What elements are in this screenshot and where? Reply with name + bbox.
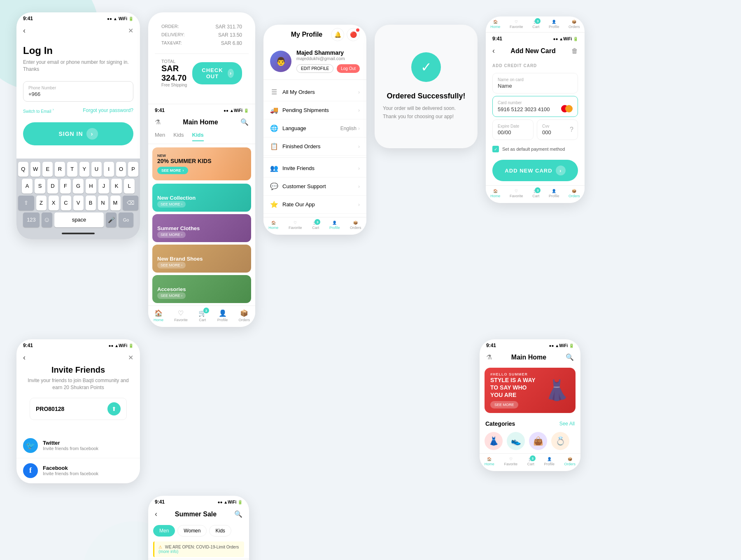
default-payment-checkbox[interactable]: ✓ Set as default payment method bbox=[486, 142, 585, 156]
key-i[interactable]: I bbox=[104, 162, 114, 177]
sign-in-button[interactable]: SIGN IN › bbox=[23, 122, 133, 145]
nav-home[interactable]: 🏠 Home bbox=[154, 309, 163, 322]
key-d[interactable]: D bbox=[47, 179, 58, 194]
facebook-invite-item[interactable]: f Facebook Invite friends from facebook bbox=[16, 458, 140, 483]
nav-cart[interactable]: 🛒3 Cart bbox=[198, 309, 207, 322]
key-emoji[interactable]: ☺ bbox=[42, 212, 52, 227]
sale-search-icon[interactable]: 🔍 bbox=[234, 510, 242, 518]
key-r[interactable]: R bbox=[55, 162, 65, 177]
mh2-filter-icon[interactable]: ⚗ bbox=[486, 353, 492, 361]
category-icon-3[interactable]: 👜 bbox=[529, 432, 547, 450]
profile-nav-orders[interactable]: 📦 Orders bbox=[350, 221, 361, 230]
menu-rate-app[interactable]: ⭐ Rate Our App › bbox=[263, 196, 366, 214]
forgot-password-link[interactable]: Forgot your password? bbox=[83, 107, 133, 114]
card-bottom-cart[interactable]: 🛒3 Cart bbox=[532, 189, 539, 198]
key-l[interactable]: L bbox=[124, 179, 135, 194]
key-u[interactable]: U bbox=[91, 162, 102, 177]
menu-finished-orders[interactable]: 📋 Finished Orders › bbox=[263, 138, 366, 156]
search-icon[interactable]: 🔍 bbox=[240, 118, 249, 126]
phone-input-group[interactable]: Phone Number +966 bbox=[23, 81, 133, 102]
key-backspace[interactable]: ⌫ bbox=[123, 196, 138, 210]
key-mic[interactable]: 🎤 bbox=[106, 212, 117, 227]
key-o[interactable]: O bbox=[116, 162, 126, 177]
key-w[interactable]: W bbox=[30, 162, 41, 177]
key-v[interactable]: V bbox=[73, 196, 84, 210]
tab-kids-2[interactable]: Kids bbox=[192, 132, 204, 141]
category-icon-4[interactable]: 💍 bbox=[551, 432, 569, 450]
copy-button[interactable]: ⬆ bbox=[107, 402, 121, 415]
see-all-button[interactable]: See All bbox=[559, 421, 575, 427]
card-bottom-fav[interactable]: ♡ Favorite bbox=[510, 189, 523, 198]
key-a[interactable]: A bbox=[22, 179, 33, 194]
invite-back-button[interactable]: ‹ bbox=[23, 353, 26, 362]
menu-all-orders[interactable]: ☰ All My Orders › bbox=[263, 83, 366, 101]
tab-men[interactable]: Men bbox=[155, 132, 165, 141]
invite-close-button[interactable]: ✕ bbox=[128, 354, 133, 362]
logout-button[interactable]: Log Out bbox=[337, 64, 360, 73]
mh2-nav-fav[interactable]: ♡ Favorite bbox=[504, 457, 518, 466]
key-n[interactable]: N bbox=[98, 196, 108, 210]
nav-favorite[interactable]: ♡ Favorite bbox=[174, 309, 188, 322]
profile-nav-profile[interactable]: 👤 Profile bbox=[329, 221, 340, 230]
back-button[interactable]: ‹ bbox=[23, 26, 26, 35]
accessories-see-more[interactable]: SEE MORE › bbox=[157, 292, 186, 299]
key-q[interactable]: Q bbox=[18, 162, 28, 177]
key-c[interactable]: C bbox=[61, 196, 71, 210]
twitter-invite-item[interactable]: 🐦 Twitter Invite friends from facebook bbox=[16, 433, 140, 458]
menu-language[interactable]: 🌐 Language English › bbox=[263, 119, 366, 138]
close-button[interactable]: ✕ bbox=[128, 27, 133, 35]
key-f[interactable]: F bbox=[60, 179, 71, 194]
card-number-input[interactable]: Card number 5916 5122 3023 4100 bbox=[492, 96, 578, 117]
switch-email-option[interactable]: Switch to Email › bbox=[23, 107, 54, 114]
top-nav-cart[interactable]: 🛒3 Cart bbox=[532, 20, 539, 29]
mh2-nav-home[interactable]: 🏠 Home bbox=[485, 457, 494, 466]
top-nav-profile[interactable]: 👤 Profile bbox=[549, 20, 559, 29]
profile-nav-fav[interactable]: ♡ Favorite bbox=[289, 221, 302, 230]
tab-women-sale[interactable]: Women bbox=[177, 525, 207, 537]
key-g[interactable]: G bbox=[73, 179, 84, 194]
top-nav-orders[interactable]: 📦 Orders bbox=[569, 20, 580, 29]
cvv-input[interactable]: Cvv 000 ? bbox=[537, 119, 578, 140]
bell-icon[interactable]: 🔔 bbox=[331, 28, 344, 41]
menu-invite-friends[interactable]: 👥 Invite Friends › bbox=[263, 159, 366, 177]
top-nav-fav[interactable]: ♡ Favorite bbox=[510, 20, 523, 29]
key-e[interactable]: E bbox=[42, 162, 53, 177]
menu-pending-shipments[interactable]: 🚚 Pending Shipments › bbox=[263, 101, 366, 119]
key-s[interactable]: S bbox=[35, 179, 45, 194]
profile-nav-cart[interactable]: 🛒3 Cart bbox=[312, 221, 319, 230]
expire-date-input[interactable]: Expire Date 00/00 bbox=[492, 119, 534, 140]
alert-icon[interactable]: 🔴 bbox=[347, 28, 360, 41]
key-j[interactable]: J bbox=[98, 179, 109, 194]
key-m[interactable]: M bbox=[110, 196, 121, 210]
key-123[interactable]: 123 bbox=[23, 212, 40, 227]
nav-profile[interactable]: 👤 Profile bbox=[217, 309, 228, 322]
key-b[interactable]: B bbox=[86, 196, 96, 210]
category-icon-1[interactable]: 👗 bbox=[485, 432, 503, 450]
key-shift[interactable]: ⇧ bbox=[18, 196, 34, 210]
mh2-search-icon[interactable]: 🔍 bbox=[566, 353, 574, 361]
key-p[interactable]: P bbox=[128, 162, 138, 177]
key-h[interactable]: H bbox=[86, 179, 96, 194]
nav-orders[interactable]: 📦 Orders bbox=[238, 309, 250, 322]
category-icon-2[interactable]: 👟 bbox=[507, 432, 525, 450]
summer-clothes-see-more[interactable]: SEE MORE › bbox=[157, 231, 186, 238]
tab-kids-sale[interactable]: Kids bbox=[209, 525, 231, 537]
add-card-button[interactable]: ADD NEW CARD › bbox=[492, 160, 578, 181]
more-info-link[interactable]: (more info) bbox=[158, 549, 178, 554]
brand-shoes-see-more[interactable]: SEE MORE › bbox=[157, 262, 186, 268]
profile-nav-home[interactable]: 🏠 Home bbox=[268, 221, 278, 230]
key-go[interactable]: Go bbox=[119, 212, 133, 227]
mh2-nav-orders[interactable]: 📦 Orders bbox=[564, 457, 576, 466]
key-z[interactable]: Z bbox=[36, 196, 47, 210]
edit-profile-button[interactable]: EDIT PROFILE bbox=[296, 64, 333, 73]
name-on-card-input[interactable]: Name on card Name bbox=[492, 73, 578, 93]
mh2-nav-profile[interactable]: 👤 Profile bbox=[544, 457, 555, 466]
key-y[interactable]: Y bbox=[79, 162, 90, 177]
key-t[interactable]: T bbox=[67, 162, 77, 177]
hello-see-more-button[interactable]: SEE MORE bbox=[490, 401, 518, 408]
key-k[interactable]: K bbox=[111, 179, 122, 194]
menu-customer-support[interactable]: 💬 Customer Support › bbox=[263, 177, 366, 196]
checkout-button[interactable]: CHECK OUT › bbox=[192, 62, 242, 84]
tab-kids-1[interactable]: Kids bbox=[173, 132, 184, 141]
key-x[interactable]: X bbox=[49, 196, 59, 210]
